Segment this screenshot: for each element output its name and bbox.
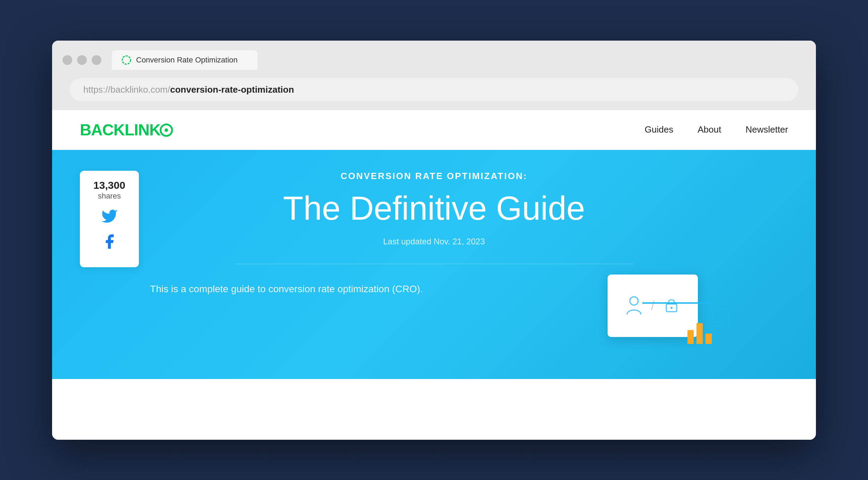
website-content: BACKLINK Guides About Newsletter 13,300 … <box>52 110 816 440</box>
nav-link-newsletter[interactable]: Newsletter <box>745 124 788 135</box>
svg-point-1 <box>630 297 638 305</box>
shares-label: shares <box>87 192 132 201</box>
mockup-bar-1 <box>687 330 694 344</box>
twitter-icon <box>101 208 118 228</box>
hero-body-text: This is a complete guide to conversion r… <box>149 281 424 297</box>
hero-divider <box>235 264 633 264</box>
hero-subtitle: CONVERSION RATE OPTIMIZATION: <box>149 171 719 182</box>
hero-date: Last updated Nov. 21, 2023 <box>149 237 719 246</box>
address-bar[interactable]: https://backlinko.com/conversion-rate-op… <box>69 78 799 101</box>
browser-tab[interactable]: Conversion Rate Optimization <box>112 50 258 70</box>
mockup-person-icon <box>625 295 643 316</box>
traffic-light-minimize[interactable] <box>77 55 87 65</box>
logo-text: BACKLINK <box>80 121 160 139</box>
traffic-lights <box>62 55 101 65</box>
mockup-bar-3 <box>706 334 712 344</box>
mockup-line2 <box>712 309 729 327</box>
facebook-icon <box>101 233 118 254</box>
share-facebook-button[interactable] <box>87 233 132 254</box>
browser-titlebar: Conversion Rate Optimization <box>62 50 806 70</box>
mockup-line1 <box>642 302 712 304</box>
svg-point-0 <box>122 56 131 64</box>
browser-window: Conversion Rate Optimization https://bac… <box>52 41 816 440</box>
nav-link-guides[interactable]: Guides <box>645 124 673 135</box>
nav-link-about[interactable]: About <box>698 124 721 135</box>
mockup-slash: / <box>651 298 654 313</box>
hero-image-area: / <box>444 281 719 351</box>
url-path: conversion-rate-optimization <box>170 84 294 95</box>
tab-favicon <box>122 55 131 65</box>
traffic-light-maximize[interactable] <box>92 55 101 65</box>
hero-section: 13,300 shares <box>52 150 816 379</box>
mockup-card: / <box>608 275 698 337</box>
browser-chrome: Conversion Rate Optimization https://bac… <box>52 41 816 110</box>
hero-body: This is a complete guide to conversion r… <box>149 281 719 351</box>
address-bar-row: https://backlinko.com/conversion-rate-op… <box>62 78 806 101</box>
tab-title: Conversion Rate Optimization <box>136 56 237 65</box>
site-logo[interactable]: BACKLINK <box>80 120 173 139</box>
url-base: https://backlinko.com/ <box>83 84 170 95</box>
mockup-bar-group <box>687 323 712 344</box>
mockup-bar-2 <box>696 323 703 344</box>
logo-o-icon <box>160 124 173 137</box>
shares-count: 13,300 <box>87 179 132 192</box>
traffic-light-close[interactable] <box>62 55 72 65</box>
svg-point-3 <box>670 307 673 309</box>
shares-widget: 13,300 shares <box>80 171 139 267</box>
site-navbar: BACKLINK Guides About Newsletter <box>52 110 816 150</box>
hero-center: CONVERSION RATE OPTIMIZATION: The Defini… <box>80 171 788 351</box>
hero-title: The Definitive Guide <box>149 190 719 227</box>
share-twitter-button[interactable] <box>87 208 132 228</box>
mockup-lock-icon <box>663 295 680 316</box>
site-nav-links: Guides About Newsletter <box>645 124 788 135</box>
